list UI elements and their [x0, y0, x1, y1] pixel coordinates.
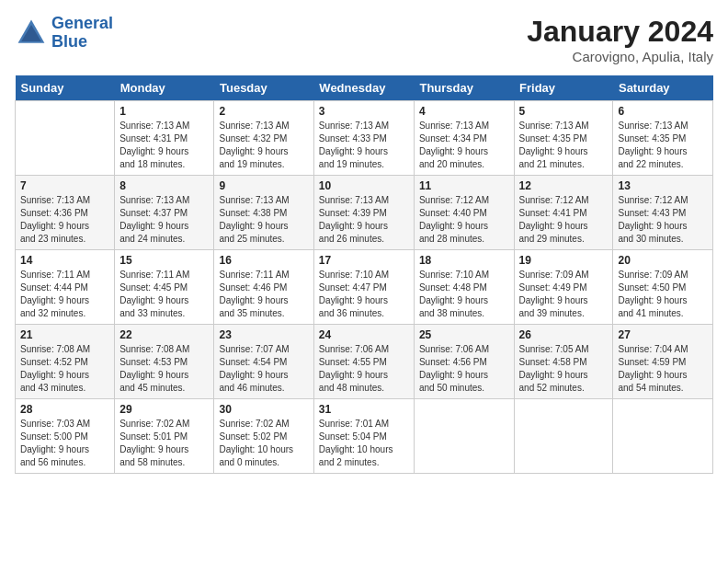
weekday-header-thursday: Thursday	[414, 75, 514, 101]
day-number: 14	[20, 254, 109, 267]
day-info: Sunrise: 7:13 AM Sunset: 4:31 PM Dayligh…	[119, 120, 209, 171]
day-number: 6	[618, 105, 708, 118]
day-info: Sunrise: 7:13 AM Sunset: 4:38 PM Dayligh…	[219, 194, 308, 246]
calendar-cell: 2Sunrise: 7:13 AM Sunset: 4:32 PM Daylig…	[214, 101, 313, 176]
location: Carovigno, Apulia, Italy	[527, 49, 713, 64]
day-info: Sunrise: 7:04 AM Sunset: 4:59 PM Dayligh…	[618, 343, 708, 395]
day-number: 11	[419, 179, 509, 192]
day-info: Sunrise: 7:13 AM Sunset: 4:37 PM Dayligh…	[119, 194, 209, 246]
day-number: 17	[319, 254, 409, 267]
day-number: 20	[618, 254, 708, 267]
calendar-cell: 25Sunrise: 7:06 AM Sunset: 4:56 PM Dayli…	[414, 325, 514, 399]
day-number: 29	[119, 403, 209, 416]
day-info: Sunrise: 7:09 AM Sunset: 4:50 PM Dayligh…	[618, 269, 708, 320]
day-info: Sunrise: 7:06 AM Sunset: 4:55 PM Dayligh…	[319, 343, 409, 395]
calendar-cell: 30Sunrise: 7:02 AM Sunset: 5:02 PM Dayli…	[214, 399, 313, 474]
week-row-3: 14Sunrise: 7:11 AM Sunset: 4:44 PM Dayli…	[16, 250, 713, 325]
weekday-header-monday: Monday	[115, 75, 214, 101]
weekday-header-sunday: Sunday	[16, 75, 115, 101]
calendar-cell: 13Sunrise: 7:12 AM Sunset: 4:43 PM Dayli…	[613, 176, 713, 250]
calendar-cell: 26Sunrise: 7:05 AM Sunset: 4:58 PM Dayli…	[514, 325, 613, 399]
logo-icon	[15, 17, 48, 50]
day-number: 3	[319, 105, 409, 118]
day-info: Sunrise: 7:13 AM Sunset: 4:36 PM Dayligh…	[20, 194, 109, 246]
weekday-header-friday: Friday	[514, 75, 613, 101]
day-number: 16	[219, 254, 308, 267]
weekday-header-tuesday: Tuesday	[214, 75, 313, 101]
day-number: 23	[219, 328, 308, 341]
day-info: Sunrise: 7:10 AM Sunset: 4:47 PM Dayligh…	[319, 269, 409, 320]
calendar-cell: 15Sunrise: 7:11 AM Sunset: 4:45 PM Dayli…	[115, 250, 214, 325]
day-info: Sunrise: 7:07 AM Sunset: 4:54 PM Dayligh…	[219, 343, 308, 395]
day-number: 22	[119, 328, 209, 341]
day-info: Sunrise: 7:11 AM Sunset: 4:46 PM Dayligh…	[219, 269, 308, 320]
calendar-cell: 1Sunrise: 7:13 AM Sunset: 4:31 PM Daylig…	[115, 101, 214, 176]
day-info: Sunrise: 7:13 AM Sunset: 4:34 PM Dayligh…	[419, 120, 509, 171]
day-number: 2	[219, 105, 308, 118]
day-number: 31	[319, 403, 409, 416]
day-info: Sunrise: 7:10 AM Sunset: 4:48 PM Dayligh…	[419, 269, 509, 320]
day-number: 18	[419, 254, 509, 267]
header: General Blue January 2024 Carovigno, Apu…	[15, 15, 713, 64]
calendar-cell: 17Sunrise: 7:10 AM Sunset: 4:47 PM Dayli…	[313, 250, 414, 325]
calendar-cell: 28Sunrise: 7:03 AM Sunset: 5:00 PM Dayli…	[16, 399, 115, 474]
day-info: Sunrise: 7:12 AM Sunset: 4:40 PM Dayligh…	[419, 194, 509, 246]
day-number: 8	[119, 179, 209, 192]
day-number: 26	[519, 328, 609, 341]
day-number: 25	[419, 328, 509, 341]
day-number: 5	[519, 105, 609, 118]
day-info: Sunrise: 7:11 AM Sunset: 4:44 PM Dayligh…	[20, 269, 109, 320]
day-info: Sunrise: 7:05 AM Sunset: 4:58 PM Dayligh…	[519, 343, 609, 395]
day-number: 13	[618, 179, 708, 192]
day-info: Sunrise: 7:13 AM Sunset: 4:32 PM Dayligh…	[219, 120, 308, 171]
day-info: Sunrise: 7:01 AM Sunset: 5:04 PM Dayligh…	[319, 418, 409, 469]
day-number: 24	[319, 328, 409, 341]
day-number: 28	[20, 403, 109, 416]
calendar-cell: 23Sunrise: 7:07 AM Sunset: 4:54 PM Dayli…	[214, 325, 313, 399]
calendar-cell: 14Sunrise: 7:11 AM Sunset: 4:44 PM Dayli…	[16, 250, 115, 325]
calendar-cell: 6Sunrise: 7:13 AM Sunset: 4:35 PM Daylig…	[613, 101, 713, 176]
day-info: Sunrise: 7:08 AM Sunset: 4:52 PM Dayligh…	[20, 343, 109, 395]
day-info: Sunrise: 7:13 AM Sunset: 4:33 PM Dayligh…	[319, 120, 409, 171]
calendar-cell: 18Sunrise: 7:10 AM Sunset: 4:48 PM Dayli…	[414, 250, 514, 325]
day-info: Sunrise: 7:09 AM Sunset: 4:49 PM Dayligh…	[519, 269, 609, 320]
calendar-cell	[613, 399, 713, 474]
calendar-cell: 8Sunrise: 7:13 AM Sunset: 4:37 PM Daylig…	[115, 176, 214, 250]
calendar-cell: 7Sunrise: 7:13 AM Sunset: 4:36 PM Daylig…	[16, 176, 115, 250]
calendar-cell: 3Sunrise: 7:13 AM Sunset: 4:33 PM Daylig…	[313, 101, 414, 176]
day-number: 15	[119, 254, 209, 267]
logo-text: General Blue	[51, 15, 113, 52]
calendar-cell: 12Sunrise: 7:12 AM Sunset: 4:41 PM Dayli…	[514, 176, 613, 250]
week-row-5: 28Sunrise: 7:03 AM Sunset: 5:00 PM Dayli…	[16, 399, 713, 474]
day-info: Sunrise: 7:11 AM Sunset: 4:45 PM Dayligh…	[119, 269, 209, 320]
day-info: Sunrise: 7:13 AM Sunset: 4:35 PM Dayligh…	[618, 120, 708, 171]
calendar-cell: 10Sunrise: 7:13 AM Sunset: 4:39 PM Dayli…	[313, 176, 414, 250]
day-number: 30	[219, 403, 308, 416]
calendar-cell: 5Sunrise: 7:13 AM Sunset: 4:35 PM Daylig…	[514, 101, 613, 176]
month-year: January 2024	[527, 15, 713, 49]
week-row-1: 1Sunrise: 7:13 AM Sunset: 4:31 PM Daylig…	[16, 101, 713, 176]
day-info: Sunrise: 7:12 AM Sunset: 4:43 PM Dayligh…	[618, 194, 708, 246]
calendar-cell: 22Sunrise: 7:08 AM Sunset: 4:53 PM Dayli…	[115, 325, 214, 399]
calendar-cell: 9Sunrise: 7:13 AM Sunset: 4:38 PM Daylig…	[214, 176, 313, 250]
weekday-header-wednesday: Wednesday	[313, 75, 414, 101]
week-row-4: 21Sunrise: 7:08 AM Sunset: 4:52 PM Dayli…	[16, 325, 713, 399]
day-info: Sunrise: 7:02 AM Sunset: 5:02 PM Dayligh…	[219, 418, 308, 469]
day-number: 9	[219, 179, 308, 192]
week-row-2: 7Sunrise: 7:13 AM Sunset: 4:36 PM Daylig…	[16, 176, 713, 250]
calendar-cell	[514, 399, 613, 474]
calendar-table: SundayMondayTuesdayWednesdayThursdayFrid…	[15, 75, 713, 474]
day-number: 10	[319, 179, 409, 192]
day-number: 27	[618, 328, 708, 341]
calendar-cell: 16Sunrise: 7:11 AM Sunset: 4:46 PM Dayli…	[214, 250, 313, 325]
day-info: Sunrise: 7:12 AM Sunset: 4:41 PM Dayligh…	[519, 194, 609, 246]
calendar-cell: 31Sunrise: 7:01 AM Sunset: 5:04 PM Dayli…	[313, 399, 414, 474]
calendar-cell	[414, 399, 514, 474]
weekday-header-row: SundayMondayTuesdayWednesdayThursdayFrid…	[16, 75, 713, 101]
day-info: Sunrise: 7:02 AM Sunset: 5:01 PM Dayligh…	[119, 418, 209, 469]
day-info: Sunrise: 7:06 AM Sunset: 4:56 PM Dayligh…	[419, 343, 509, 395]
calendar-cell: 19Sunrise: 7:09 AM Sunset: 4:49 PM Dayli…	[514, 250, 613, 325]
day-number: 7	[20, 179, 109, 192]
calendar-cell: 24Sunrise: 7:06 AM Sunset: 4:55 PM Dayli…	[313, 325, 414, 399]
day-number: 21	[20, 328, 109, 341]
